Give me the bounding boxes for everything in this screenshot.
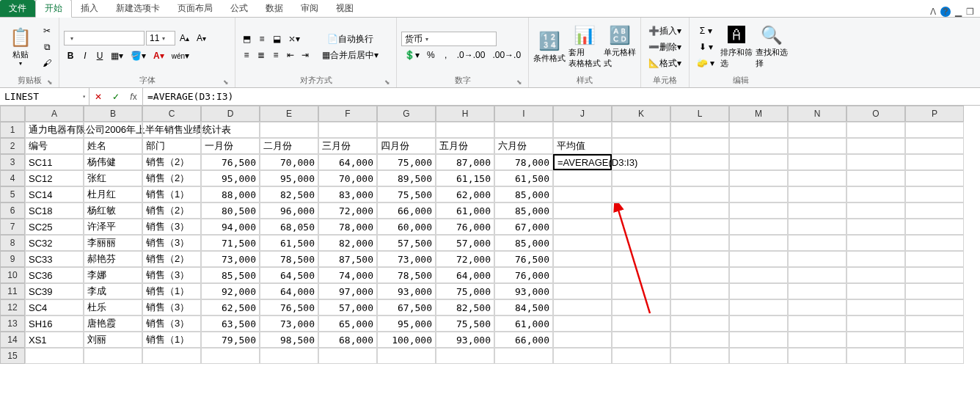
column-header[interactable]: E xyxy=(260,106,318,122)
row-header[interactable]: 14 xyxy=(0,332,25,348)
cell[interactable] xyxy=(846,186,905,202)
cell[interactable] xyxy=(788,251,846,267)
increase-decimal-button[interactable]: .0→.00 xyxy=(454,48,489,62)
cell[interactable] xyxy=(729,186,788,202)
cell[interactable] xyxy=(670,154,729,170)
cell[interactable]: 85,000 xyxy=(494,202,553,219)
cell[interactable]: 73,000 xyxy=(201,251,260,267)
cell[interactable] xyxy=(553,202,612,219)
cell[interactable] xyxy=(377,122,436,138)
row-header[interactable]: 7 xyxy=(0,219,25,235)
tab-formulas[interactable]: 公式 xyxy=(222,0,257,17)
cell[interactable] xyxy=(84,122,142,138)
cell[interactable]: 78,000 xyxy=(494,154,553,170)
spreadsheet-grid[interactable]: ABCDEFGHIJKLMNOP1通力电器有限公司2006年上半年销售业绩统计表… xyxy=(0,106,980,364)
cell[interactable]: 杨红敏 xyxy=(84,202,142,219)
cell[interactable] xyxy=(905,267,964,283)
cell[interactable] xyxy=(846,170,905,186)
cell[interactable]: 75,500 xyxy=(436,315,494,332)
cell[interactable] xyxy=(846,267,905,283)
cell[interactable]: SH16 xyxy=(25,315,84,332)
cell[interactable]: 销售（3） xyxy=(142,267,201,283)
cell[interactable]: =AVERAGE(D3:I3) xyxy=(553,154,612,170)
cell[interactable]: 76,500 xyxy=(260,299,318,315)
cell[interactable]: 96,000 xyxy=(260,202,318,219)
cell[interactable] xyxy=(788,332,846,348)
cell[interactable] xyxy=(788,202,846,219)
paste-button[interactable]: 📋 粘贴 ▾ xyxy=(4,21,37,73)
cell[interactable]: 64,000 xyxy=(260,283,318,299)
decrease-indent-button[interactable]: ⇤ xyxy=(284,48,297,62)
increase-font-button[interactable]: A▴ xyxy=(177,31,192,45)
cell[interactable] xyxy=(494,348,553,364)
cell[interactable] xyxy=(788,235,846,251)
cell[interactable]: 唐艳霞 xyxy=(84,315,142,332)
italic-button[interactable]: I xyxy=(78,48,92,63)
cell[interactable] xyxy=(905,299,964,315)
cell[interactable] xyxy=(846,251,905,267)
cell[interactable] xyxy=(905,122,964,138)
cell[interactable] xyxy=(553,299,612,315)
autosum-button[interactable]: Σ ▾ xyxy=(694,23,717,38)
cell[interactable]: 85,000 xyxy=(494,186,553,202)
cell[interactable] xyxy=(846,315,905,332)
cell[interactable] xyxy=(670,138,729,154)
font-family-select[interactable]: ▾ xyxy=(64,31,145,45)
cell[interactable] xyxy=(788,154,846,170)
cell[interactable] xyxy=(905,138,964,154)
cell[interactable]: 82,500 xyxy=(436,299,494,315)
cell[interactable]: 74,000 xyxy=(318,267,377,283)
cell[interactable]: 66,000 xyxy=(494,332,553,348)
cell[interactable]: 销售（1） xyxy=(142,283,201,299)
number-format-select[interactable]: 货币▾ xyxy=(401,32,497,46)
cell[interactable] xyxy=(729,299,788,315)
cell[interactable]: 许泽平 xyxy=(84,219,142,235)
cell[interactable] xyxy=(788,186,846,202)
cell[interactable]: 98,500 xyxy=(260,332,318,348)
cell[interactable] xyxy=(788,348,846,364)
cell[interactable] xyxy=(260,122,318,138)
cell[interactable]: 75,000 xyxy=(436,283,494,299)
tab-review[interactable]: 审阅 xyxy=(292,0,327,17)
cell[interactable]: 67,500 xyxy=(377,299,436,315)
accounting-format-button[interactable]: 💲▾ xyxy=(401,48,423,62)
cell[interactable]: 82,500 xyxy=(260,186,318,202)
formula-input[interactable]: =AVERAGE(D3:I3) xyxy=(143,88,980,105)
cell[interactable]: 70,000 xyxy=(260,154,318,170)
cell[interactable] xyxy=(846,138,905,154)
cell[interactable]: 89,500 xyxy=(377,170,436,186)
cell[interactable] xyxy=(905,235,964,251)
cell[interactable]: 66,000 xyxy=(377,202,436,219)
orientation-button[interactable]: ⤬▾ xyxy=(285,32,303,46)
cell[interactable] xyxy=(612,138,670,154)
cell[interactable] xyxy=(729,154,788,170)
cell[interactable]: 62,000 xyxy=(436,186,494,202)
dialog-launcher-icon[interactable]: ⬊ xyxy=(516,79,522,86)
cell[interactable]: 一月份 xyxy=(201,138,260,154)
format-cells-button[interactable]: 📐 格式 ▾ xyxy=(646,56,684,70)
copy-button[interactable]: ⧉ xyxy=(40,40,54,54)
cell[interactable]: SC14 xyxy=(25,186,84,202)
row-header[interactable]: 2 xyxy=(0,138,25,154)
cell[interactable] xyxy=(905,219,964,235)
font-size-select[interactable]: 11▾ xyxy=(146,31,175,45)
cell[interactable] xyxy=(729,267,788,283)
cell[interactable]: SC32 xyxy=(25,235,84,251)
cell[interactable]: 93,000 xyxy=(377,283,436,299)
cell[interactable] xyxy=(729,170,788,186)
cell[interactable] xyxy=(905,186,964,202)
column-header[interactable]: C xyxy=(142,106,201,122)
cell[interactable] xyxy=(612,299,670,315)
cell[interactable] xyxy=(670,332,729,348)
cell[interactable] xyxy=(846,219,905,235)
cell[interactable] xyxy=(788,267,846,283)
bold-button[interactable]: B xyxy=(64,48,77,63)
cell[interactable]: 78,000 xyxy=(318,219,377,235)
cut-button[interactable]: ✂ xyxy=(40,23,54,38)
cell[interactable]: 五月份 xyxy=(436,138,494,154)
tab-file[interactable]: 文件 xyxy=(0,0,35,17)
tab-view[interactable]: 视图 xyxy=(327,0,362,17)
delete-cells-button[interactable]: ➖ 删除 ▾ xyxy=(646,40,684,54)
format-painter-button[interactable]: 🖌 xyxy=(40,56,54,70)
phonetic-button[interactable]: wén▾ xyxy=(169,48,192,63)
